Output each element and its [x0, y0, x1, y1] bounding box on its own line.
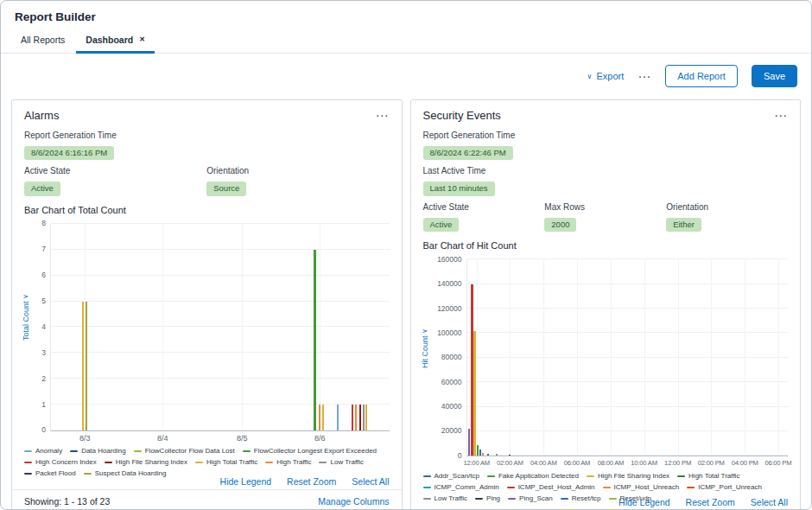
reset-zoom-link[interactable]: Reset Zoom — [287, 476, 336, 487]
legend-item-icmp-dest-host-admin[interactable]: ICMP_Dest_Host_Admin — [507, 483, 595, 492]
close-icon[interactable]: ✕ — [139, 36, 145, 43]
reset-zoom-link[interactable]: Reset Zoom — [686, 497, 735, 507]
y-tick-label: 5 — [41, 297, 46, 305]
x-tick-label: 06:00 PM — [764, 460, 791, 467]
alarms-panel-header: Alarms ⋯ — [12, 100, 402, 127]
tab-dashboard[interactable]: Dashboard ✕ — [76, 29, 155, 54]
field-row: Report Generation Time8/6/2024 6:22:46 P… — [423, 131, 789, 160]
chart-bar[interactable] — [496, 454, 498, 456]
chart-bar[interactable] — [509, 455, 511, 456]
chart-bar[interactable] — [314, 250, 316, 430]
legend-marker — [195, 462, 203, 463]
legend-item-icmp-port-unreach[interactable]: ICMP_Port_Unreach — [687, 483, 762, 492]
chart-bar[interactable] — [487, 454, 489, 456]
gridline — [611, 259, 612, 456]
tab-label: All Reports — [21, 35, 65, 45]
chart-bar[interactable] — [355, 405, 357, 430]
chart-bar[interactable] — [363, 405, 365, 430]
y-tick-label: 40000 — [441, 403, 462, 411]
gridline — [510, 259, 511, 456]
legend-item-high-traffic[interactable]: High Traffic — [265, 458, 311, 467]
chart-bar[interactable] — [479, 449, 481, 456]
chart-bar[interactable] — [322, 405, 324, 430]
chart-bar[interactable] — [473, 331, 476, 456]
chart-bar[interactable] — [359, 405, 361, 430]
field: Max Rows2000 — [544, 202, 666, 232]
y-tick-label: 3 — [41, 349, 46, 357]
gridline — [467, 332, 789, 333]
legend-item-data-hoarding[interactable]: Data Hoarding — [70, 447, 126, 456]
legend-label: High Total Traffic — [688, 472, 739, 481]
plot-area: 0200004000060000800001000001200001400001… — [466, 259, 789, 456]
select-all-link[interactable]: Select All — [751, 497, 788, 507]
gridline — [678, 259, 679, 456]
y-axis-label-text: Total Count — [22, 301, 30, 341]
legend-item-high-total-traffic[interactable]: High Total Traffic — [677, 472, 739, 481]
legend-label: FlowCollector Longest Export Exceeded — [254, 447, 377, 456]
more-options-button[interactable]: ⋯ — [638, 73, 651, 80]
gridline — [467, 381, 789, 382]
legend-item-icmp-host-unreach[interactable]: ICMP_Host_Unreach — [603, 483, 680, 492]
legend-item-anomaly[interactable]: Anomaly — [24, 447, 62, 456]
field-label: Orientation — [666, 202, 788, 212]
x-tick-label: 08:00 AM — [598, 460, 624, 467]
chart-bar[interactable] — [482, 453, 484, 456]
chart-title: Bar Chart of Hit Count — [423, 240, 789, 251]
chart-bar[interactable] — [337, 405, 339, 430]
chart-bar[interactable] — [468, 429, 470, 456]
security-fields: Report Generation Time8/6/2024 6:22:46 P… — [411, 127, 801, 238]
legend-item-addr-scan-tcp[interactable]: Addr_Scan/tcp — [423, 472, 479, 481]
legend-item-high-total-traffic[interactable]: High Total Traffic — [195, 458, 257, 467]
chart-title: Bar Chart of Total Count — [24, 205, 390, 215]
gridline — [51, 352, 390, 353]
legend-marker — [603, 487, 611, 488]
field: Active StateActive — [423, 202, 545, 232]
field-label: Active State — [423, 202, 545, 212]
chart-bar[interactable] — [365, 405, 367, 430]
field-value-badge: Either — [666, 218, 701, 232]
legend-item-low-traffic[interactable]: Low Traffic — [319, 458, 364, 467]
y-axis-label[interactable]: Total Count ∨ — [22, 294, 30, 341]
legend-item-high-concern-index[interactable]: High Concern Index — [24, 458, 97, 467]
manage-columns-link[interactable]: Manage Columns — [318, 496, 389, 507]
x-tick-label: 02:00 AM — [497, 460, 523, 467]
field-row: Last Active TimeLast 10 minutes — [423, 166, 789, 195]
gridline — [543, 259, 544, 456]
field-label: Report Generation Time — [24, 131, 390, 140]
export-label: Export — [596, 71, 624, 81]
y-axis-label[interactable]: Hit Count ∨ — [421, 328, 429, 368]
panel-menu-button[interactable]: ⋯ — [376, 112, 390, 119]
tab-all-reports[interactable]: All Reports — [11, 29, 74, 54]
tab-label: Dashboard — [86, 35, 133, 45]
hide-legend-link[interactable]: Hide Legend — [220, 476, 272, 487]
legend-marker — [587, 475, 594, 477]
y-tick-label: 100000 — [437, 329, 461, 337]
legend-label: High Total Traffic — [206, 458, 257, 467]
tab-bar: All Reports Dashboard ✕ — [1, 29, 811, 54]
save-button[interactable]: Save — [752, 65, 797, 87]
chart-bar[interactable] — [352, 405, 353, 430]
x-tick-label: 12:00 PM — [664, 460, 691, 467]
chart-bar[interactable] — [82, 302, 84, 430]
legend-item-icmp-comm-admin[interactable]: ICMP_Comm_Admin — [423, 483, 499, 492]
field-value-badge: Source — [206, 182, 246, 195]
gridline — [467, 284, 789, 284]
legend-item-flowcollector-flow-data-lost[interactable]: FlowCollector Flow Data Lost — [134, 447, 235, 456]
gridline — [51, 326, 390, 327]
chart-bar[interactable] — [86, 302, 87, 430]
add-report-button[interactable]: Add Report — [665, 65, 738, 87]
hide-legend-link[interactable]: Hide Legend — [619, 497, 670, 507]
legend-item-flowcollector-longest-export-exceeded[interactable]: FlowCollector Longest Export Exceeded — [243, 447, 377, 456]
legend-item-fake-application-detected[interactable]: Fake Application Detected — [487, 472, 579, 481]
chart-bar[interactable] — [319, 405, 320, 430]
legend-item-high-file-sharing-index[interactable]: High File Sharing Index — [587, 472, 669, 481]
showing-count: Showing: 1 - 13 of 23 — [24, 496, 110, 507]
y-axis-label-text: Hit Count — [421, 335, 429, 368]
chart-bar[interactable] — [477, 445, 479, 456]
select-all-link[interactable]: Select All — [352, 476, 389, 487]
gridline — [51, 275, 390, 276]
panel-menu-button[interactable]: ⋯ — [774, 112, 788, 119]
legend-item-high-file-sharing-index[interactable]: High File Sharing Index — [105, 458, 187, 467]
gridline — [467, 258, 789, 259]
export-button[interactable]: ∨ Export — [587, 71, 625, 81]
